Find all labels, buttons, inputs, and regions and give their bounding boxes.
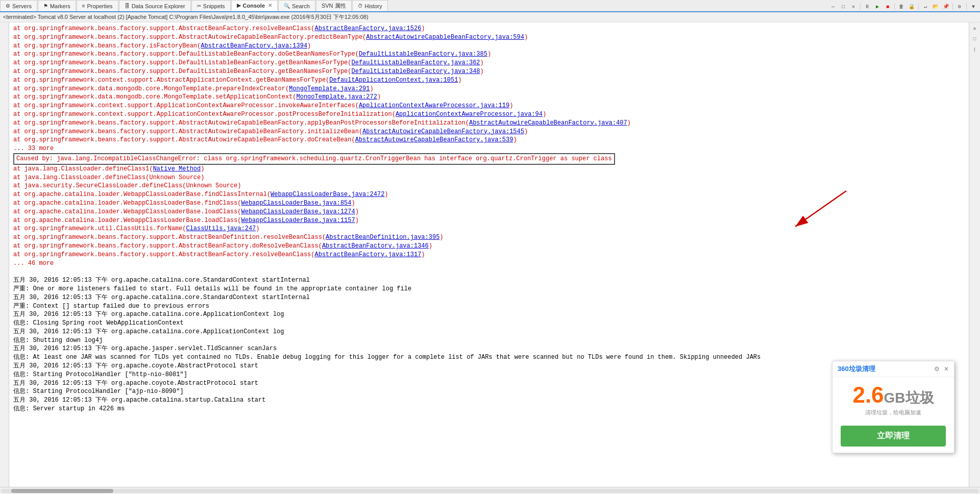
stack-link[interactable]: AbstractBeanFactory.java:1346: [322, 242, 429, 250]
stack-link[interactable]: AbstractAutowireCapableBeanFactory.java:…: [362, 128, 524, 135]
stack-link[interactable]: DefaultListableBeanFactory.java:385: [359, 51, 487, 58]
tab-history[interactable]: ⏱ History: [352, 0, 388, 11]
tab-console-label: Console: [243, 3, 265, 9]
table-row: at org.springframework.beans.factory.sup…: [13, 128, 965, 136]
console-close-icon[interactable]: ✕: [268, 3, 272, 8]
stack-link[interactable]: DefaultApplicationContext.java:1051: [329, 77, 458, 84]
stack-link[interactable]: ClassUtils.java:247: [186, 225, 256, 232]
table-row: at org.springframework.beans.factory.sup…: [13, 67, 965, 76]
stack-link[interactable]: AbstractBeanFactory.java:1526: [315, 25, 422, 32]
table-row: 信息: Shutting down log4j: [13, 336, 965, 345]
table-row: 信息: Starting ProtocolHandler ["ajp-nio-8…: [13, 387, 965, 396]
table-row: Caused by: java.lang.IncompatibleClassCh…: [13, 153, 965, 165]
scrollbar-thumb[interactable]: [11, 489, 113, 493]
stack-link[interactable]: DefaultListableBeanFactory.java:348: [352, 68, 480, 75]
popup-size-display: 2.6GB垃圾: [841, 382, 946, 408]
tab-svn[interactable]: SVN 属性: [316, 0, 352, 11]
table-row: 五月 30, 2016 12:05:13 下午 org.apache.coyot…: [13, 379, 965, 388]
tab-search[interactable]: 🔍 Search: [278, 0, 315, 11]
pause-btn[interactable]: ⏸: [863, 2, 872, 11]
stack-link[interactable]: AbstractBeanFactory.java:1317: [315, 251, 422, 258]
stack-link[interactable]: DefaultListableBeanFactory.java:362: [352, 59, 480, 66]
table-row: at org.apache.catalina.loader.WebappClas…: [13, 199, 965, 208]
tab-search-label: Search: [292, 3, 310, 9]
snippets-icon: ✂: [197, 3, 201, 9]
tab-markers[interactable]: ⚑ Markers: [38, 0, 76, 11]
popup-size-value: 2.6: [852, 382, 884, 407]
stack-link[interactable]: ApplicationContextAwareProcessor.java:94: [396, 111, 543, 118]
settings-btn[interactable]: ⚙: [955, 2, 964, 11]
table-row: 严重: One or more listeners failed to star…: [13, 285, 965, 293]
popup-logo: 360垃圾清理: [838, 364, 875, 374]
table-row: at org.springframework.beans.factory.sup…: [13, 59, 965, 67]
stack-link[interactable]: AbstractBeanFactory.java:1394: [201, 42, 307, 50]
servers-icon: ⚙: [6, 3, 10, 9]
stack-link[interactable]: WebappClassLoaderBase.java:1274: [241, 208, 355, 215]
pin-btn[interactable]: 📌: [941, 2, 950, 11]
popup-clean-button[interactable]: 立即清理: [841, 426, 946, 447]
separator4: [952, 3, 953, 10]
sidebar-btn-1[interactable]: ≡: [970, 24, 979, 34]
left-gutter: [0, 22, 9, 487]
scroll-lock-btn[interactable]: 🔒: [907, 2, 916, 11]
table-row: 信息: Closing Spring root WebApplicationCo…: [13, 319, 965, 328]
table-row: 五月 30, 2016 12:05:13 下午 org.apache.jaspe…: [13, 344, 965, 353]
table-row: 五月 30, 2016 12:05:13 下午 org.apache.catal…: [13, 276, 965, 285]
search-tab-icon: 🔍: [284, 3, 290, 9]
table-row: at org.springframework.beans.factory.sup…: [13, 50, 965, 59]
h-scrollbar[interactable]: [0, 487, 980, 494]
tab-datasource-label: Data Source Explorer: [132, 3, 185, 9]
stack-link[interactable]: AbstractBeanDefinition.java:395: [326, 234, 439, 241]
open-file-btn[interactable]: 📂: [931, 2, 940, 11]
close-view-btn[interactable]: ✕: [849, 2, 858, 11]
native-link[interactable]: Native Method: [153, 165, 201, 172]
clear-btn[interactable]: 🗑: [897, 2, 906, 11]
word-wrap-btn[interactable]: ↵: [921, 2, 930, 11]
table-row: at org.springframework.beans.factory.sup…: [13, 119, 965, 128]
stack-link[interactable]: ApplicationContextAwareProcessor.java:11…: [359, 102, 509, 109]
stack-link[interactable]: MongoTemplate.java:272: [297, 93, 377, 101]
stack-link[interactable]: AbstractAutowireCapableBeanFactory.java:…: [355, 136, 513, 143]
table-row: at java.lang.ClassLoader.defineClass(Unk…: [13, 174, 965, 182]
stack-link[interactable]: WebappClassLoaderBase.java:2472: [271, 191, 384, 198]
console-output[interactable]: at org.springframework.beans.factory.sup…: [9, 22, 969, 487]
sidebar-btn-2[interactable]: □: [970, 35, 979, 44]
table-row: ... 33 more: [13, 144, 965, 153]
popup-settings-icon[interactable]: ⚙: [934, 365, 940, 373]
tab-servers[interactable]: ⚙ Servers: [0, 0, 37, 11]
popup-controls: ⚙ ✕: [934, 365, 949, 373]
table-row: 五月 30, 2016 12:05:13 下午 org.apache.catal…: [13, 293, 965, 302]
stack-link[interactable]: WebappClassLoaderBase.java:854: [241, 200, 351, 207]
table-row: at org.springframework.data.mongodb.core…: [13, 85, 965, 93]
stack-link[interactable]: WebappClassLoaderBase.java:1157: [241, 217, 355, 224]
table-row: 信息: Server startup in 4226 ms: [13, 405, 965, 413]
maximize-btn[interactable]: □: [839, 2, 848, 11]
console-icon: ▶: [237, 3, 241, 8]
table-row: 严重: Context [] startup failed due to pre…: [13, 302, 965, 311]
table-row: at org.springframework.beans.factory.sup…: [13, 242, 965, 251]
view-menu-btn[interactable]: ▼: [969, 2, 978, 11]
stack-link[interactable]: MongoTemplate.java:291: [289, 85, 370, 92]
table-row: ... 46 more: [13, 259, 965, 268]
table-row: 信息: At least one JAR was scanned for TLD…: [13, 353, 965, 362]
popup-close-icon[interactable]: ✕: [944, 365, 949, 373]
server-label: <terminated> Tomcat v8.0 Server at local…: [0, 12, 980, 22]
tab-properties[interactable]: ≡ Properties: [77, 0, 118, 11]
minimize-btn[interactable]: —: [828, 2, 838, 11]
table-row: at java.security.SecureClassLoader.defin…: [13, 182, 965, 190]
properties-icon: ≡: [82, 3, 85, 9]
history-icon: ⏱: [358, 3, 363, 9]
tab-properties-label: Properties: [87, 3, 112, 9]
sidebar-btn-3[interactable]: ⟨: [970, 45, 979, 54]
scrollbar-track: [1, 489, 979, 493]
run-btn[interactable]: ▶: [873, 2, 882, 11]
popup-header: 360垃圾清理 ⚙ ✕: [832, 361, 954, 377]
tab-history-label: History: [365, 3, 382, 9]
tab-snippets[interactable]: ✂ Snippets: [191, 0, 231, 11]
stack-link[interactable]: AbstractAutowireCapableBeanFactory.java:…: [366, 34, 524, 41]
stop-btn[interactable]: ■: [883, 2, 892, 11]
table-row: 五月 30, 2016 12:05:13 下午 org.apache.catal…: [13, 310, 965, 319]
tab-console[interactable]: ▶ Console ✕: [231, 0, 278, 11]
stack-link[interactable]: AbstractAutowireCapableBeanFactory.java:…: [469, 119, 627, 127]
tab-datasource[interactable]: 🗄 Data Source Explorer: [119, 0, 191, 11]
